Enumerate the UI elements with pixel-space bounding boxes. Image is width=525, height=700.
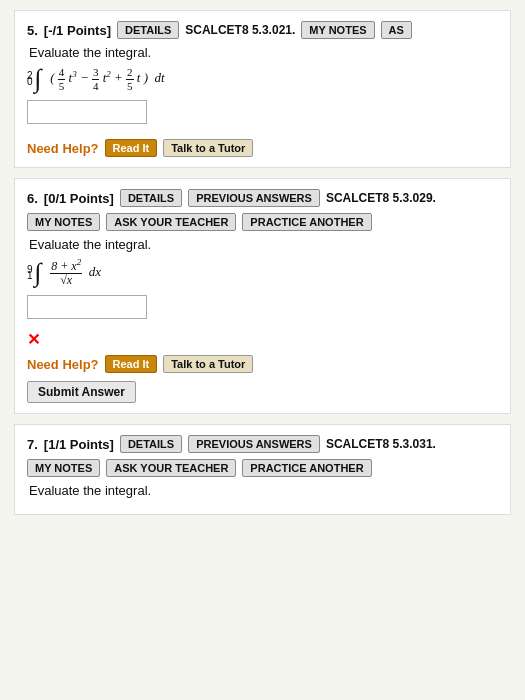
problem-6-practice-btn[interactable]: PRACTICE ANOTHER	[242, 213, 371, 231]
problem-6-submit-row: Submit Answer	[27, 381, 498, 403]
problem-7-prev-btn[interactable]: PREVIOUS ANSWERS	[188, 435, 320, 453]
problem-5-block: 5. [-/1 Points] DETAILS SCALCET8 5.3.021…	[14, 10, 511, 168]
problem-5-points: [-/1 Points]	[44, 23, 111, 38]
problem-7-header: 7. [1/1 Points] DETAILS PREVIOUS ANSWERS…	[27, 435, 498, 453]
problem-5-integral: 2 0 ∫ ( 45 t3 − 34 t2 + 25 t ) dt	[27, 66, 498, 92]
problem-6-answer-input[interactable]	[27, 295, 147, 319]
problem-5-answer-input[interactable]	[27, 100, 147, 124]
problem-6-details-btn[interactable]: DETAILS	[120, 189, 182, 207]
problem-6-number: 6.	[27, 191, 38, 206]
problem-6-integral: 9 1 ∫ 8 + x2 √x dx	[27, 258, 498, 287]
problem-6-block: 6. [0/1 Points] DETAILS PREVIOUS ANSWERS…	[14, 178, 511, 414]
problem-7-points: [1/1 Points]	[44, 437, 114, 452]
problem-5-need-help: Need Help? Read It Talk to a Tutor	[27, 139, 498, 157]
problem-6-submit-btn[interactable]: Submit Answer	[27, 381, 136, 403]
problem-7-details-btn[interactable]: DETAILS	[120, 435, 182, 453]
problem-5-scalcet: SCALCET8 5.3.021.	[185, 23, 295, 37]
problem-5-instruction: Evaluate the integral.	[29, 45, 498, 60]
page: 5. [-/1 Points] DETAILS SCALCET8 5.3.021…	[0, 0, 525, 535]
problem-6-read-btn[interactable]: Read It	[105, 355, 158, 373]
problem-6-scalcet: SCALCET8 5.3.029.	[326, 191, 436, 205]
problem-7-number: 7.	[27, 437, 38, 452]
problem-6-instruction: Evaluate the integral.	[29, 237, 498, 252]
problem-7-ask-btn[interactable]: ASK YOUR TEACHER	[106, 459, 236, 477]
problem-5-notes-btn[interactable]: MY NOTES	[301, 21, 374, 39]
problem-6-notes-btn[interactable]: MY NOTES	[27, 213, 100, 231]
problem-7-instruction: Evaluate the integral.	[29, 483, 498, 498]
problem-6-error-mark: ✕	[27, 330, 498, 349]
problem-5-read-btn[interactable]: Read It	[105, 139, 158, 157]
problem-5-tutor-btn[interactable]: Talk to a Tutor	[163, 139, 253, 157]
problem-5-need-help-label: Need Help?	[27, 141, 99, 156]
problem-5-header: 5. [-/1 Points] DETAILS SCALCET8 5.3.021…	[27, 21, 498, 39]
problem-6-tutor-btn[interactable]: Talk to a Tutor	[163, 355, 253, 373]
problem-6-need-help-label: Need Help?	[27, 357, 99, 372]
problem-7-row2: MY NOTES ASK YOUR TEACHER PRACTICE ANOTH…	[27, 459, 498, 477]
problem-5-details-btn[interactable]: DETAILS	[117, 21, 179, 39]
problem-6-row2: MY NOTES ASK YOUR TEACHER PRACTICE ANOTH…	[27, 213, 498, 231]
problem-7-scalcet: SCALCET8 5.3.031.	[326, 437, 436, 451]
problem-6-header: 6. [0/1 Points] DETAILS PREVIOUS ANSWERS…	[27, 189, 498, 207]
problem-7-practice-btn[interactable]: PRACTICE ANOTHER	[242, 459, 371, 477]
problem-6-ask-btn[interactable]: ASK YOUR TEACHER	[106, 213, 236, 231]
problem-7-block: 7. [1/1 Points] DETAILS PREVIOUS ANSWERS…	[14, 424, 511, 515]
problem-6-points: [0/1 Points]	[44, 191, 114, 206]
problem-7-notes-btn[interactable]: MY NOTES	[27, 459, 100, 477]
problem-6-prev-btn[interactable]: PREVIOUS ANSWERS	[188, 189, 320, 207]
problem-5-number: 5.	[27, 23, 38, 38]
problem-5-ask-btn[interactable]: AS	[381, 21, 412, 39]
problem-6-need-help: Need Help? Read It Talk to a Tutor	[27, 355, 498, 373]
